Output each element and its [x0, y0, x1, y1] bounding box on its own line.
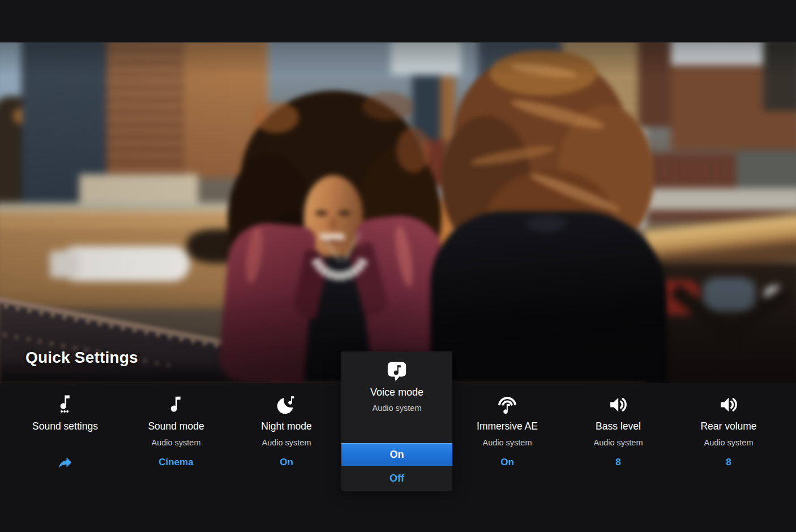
speaker-volume-icon: [564, 392, 672, 418]
speech-bubble-note-icon: [341, 359, 452, 385]
photo-vignette: [0, 42, 796, 383]
speaker-volume-icon: [675, 392, 782, 418]
quick-setting-immersive-ae[interactable]: Immersive AE Audio system On: [453, 383, 561, 468]
share-arrow-icon: [11, 455, 119, 470]
quick-setting-sound-settings[interactable]: Sound settings: [11, 383, 119, 470]
item-value: Cinema: [122, 456, 230, 468]
voice-mode-option-on[interactable]: On: [341, 443, 452, 466]
music-note-ellipsis-icon: [11, 392, 119, 418]
voice-mode-popup: Voice mode Audio system On Off: [341, 351, 452, 491]
popup-title: Voice mode: [341, 387, 452, 398]
item-value: 8: [564, 456, 672, 468]
moon-note-icon: [233, 392, 340, 418]
quick-setting-rear-volume[interactable]: Rear volume Audio system 8: [675, 383, 782, 468]
item-value: On: [233, 456, 340, 468]
item-device: Audio system: [453, 437, 561, 448]
quick-setting-sound-mode[interactable]: Sound mode Audio system Cinema: [122, 383, 230, 468]
tv-screen: Quick Settings Sound settings: [0, 0, 796, 532]
item-device: Audio system: [675, 437, 782, 448]
item-label: Night mode: [233, 420, 340, 432]
sound-waves-note-icon: [453, 392, 561, 418]
page-title: Quick Settings: [25, 349, 138, 367]
item-label: Sound settings: [11, 420, 119, 432]
music-note-icon: [122, 392, 230, 418]
popup-device: Audio system: [341, 404, 452, 413]
voice-mode-option-off[interactable]: Off: [341, 466, 452, 491]
item-label: Rear volume: [675, 420, 782, 432]
program-preview-image: [0, 42, 796, 383]
item-value: On: [453, 456, 561, 468]
top-letterbox: [0, 0, 796, 42]
item-label: Bass level: [564, 420, 672, 432]
quick-setting-bass-level[interactable]: Bass level Audio system 8: [564, 383, 672, 468]
item-device: Audio system: [233, 437, 340, 448]
item-device: Audio system: [564, 437, 672, 448]
item-value: 8: [675, 456, 782, 468]
item-label: Sound mode: [122, 420, 230, 432]
item-device: Audio system: [122, 437, 230, 448]
item-label: Immersive AE: [453, 420, 561, 432]
quick-setting-night-mode[interactable]: Night mode Audio system On: [233, 383, 340, 468]
